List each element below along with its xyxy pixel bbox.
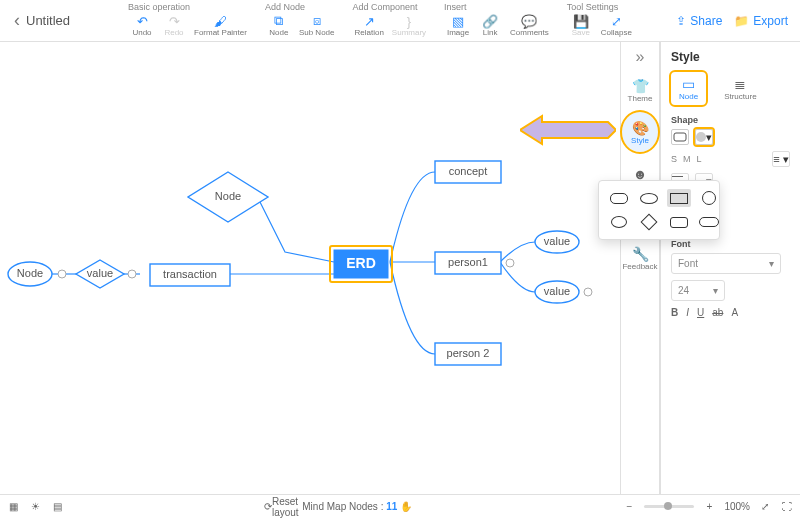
underline-button[interactable]: U [697, 307, 704, 318]
image-icon: ▧ [450, 14, 466, 28]
reset-layout-button[interactable]: ⟳ Reset layout [274, 500, 288, 514]
side-rail: » 👕Theme 🎨Style ☻ ↺History 🔧Feedback [620, 42, 660, 494]
redo-button[interactable]: ↷Redo [160, 14, 188, 37]
shape-ellipse[interactable] [607, 213, 631, 231]
shape-oval[interactable] [637, 189, 661, 207]
font-size-select[interactable]: 24▾ [671, 280, 725, 301]
svg-text:person 2: person 2 [447, 347, 490, 359]
export-icon: 📁 [734, 14, 749, 28]
rail-theme[interactable]: 👕Theme [622, 70, 658, 110]
panel-tabs: ▭Node ≣Structure [671, 72, 790, 105]
fontcolor-button[interactable]: A [731, 307, 738, 318]
title-area: ‹ Untitled [0, 0, 120, 41]
back-icon[interactable]: ‹ [8, 10, 26, 31]
shape-rounded-rect[interactable] [607, 189, 631, 207]
link-icon: 🔗 [482, 14, 498, 28]
fit-icon[interactable]: ⤢ [758, 500, 772, 514]
relation-icon: ↗ [361, 14, 377, 28]
shape-rect[interactable] [667, 189, 691, 207]
zoom-in[interactable]: + [702, 500, 716, 514]
svg-text:transaction: transaction [163, 268, 217, 280]
share-link[interactable]: ⇪Share [676, 14, 722, 28]
svg-text:person1: person1 [448, 256, 488, 268]
group-basic: Basic operation ↶Undo ↷Redo 🖌Format Pain… [120, 0, 257, 41]
svg-text:Node: Node [215, 190, 241, 202]
chevron-down-icon: ▾ [713, 285, 718, 296]
subnode-button[interactable]: ⧇Sub Node [297, 14, 337, 37]
collapse-button[interactable]: ⤢Collapse [599, 14, 634, 37]
export-link[interactable]: 📁Export [734, 14, 788, 28]
tab-structure[interactable]: ≣Structure [716, 72, 764, 105]
rail-feedback[interactable]: 🔧Feedback [622, 238, 658, 278]
node-button[interactable]: ⧉Node [265, 14, 293, 37]
shape-diamond[interactable] [637, 213, 661, 231]
format-painter-icon: 🖌 [212, 14, 228, 28]
grid-toggle[interactable]: ▦ [6, 500, 20, 514]
svg-text:value: value [544, 235, 570, 247]
comments-button[interactable]: 💬Comments [508, 14, 551, 37]
doc-title[interactable]: Untitled [26, 13, 70, 28]
rail-style[interactable]: 🎨Style [622, 112, 658, 152]
strike-button[interactable]: ab [712, 307, 723, 318]
comments-icon: 💬 [521, 14, 537, 28]
callout-arrow-icon [520, 112, 616, 148]
italic-button[interactable]: I [686, 307, 689, 318]
diagram-svg: Node value transaction Node ERD concept … [0, 42, 620, 494]
shape-label: Shape [671, 115, 790, 125]
border-style-picker[interactable]: ≡ ▾ [772, 151, 790, 167]
node-count: Mind Map Nodes : 11 ✋ [302, 501, 412, 512]
redo-icon: ↷ [166, 14, 182, 28]
topbar: ‹ Untitled Basic operation ↶Undo ↷Redo 🖌… [0, 0, 800, 42]
subnode-icon: ⧇ [309, 14, 325, 28]
node-tab-icon: ▭ [682, 76, 695, 92]
group-insert: Insert ▧Image 🔗Link 💬Comments [436, 0, 559, 41]
svg-point-2 [128, 270, 136, 278]
group-tool-settings: Tool Settings 💾Save ⤢Collapse [559, 0, 642, 41]
shape-picker[interactable] [671, 129, 689, 145]
chevron-down-icon: ▾ [769, 258, 774, 269]
layers-toggle[interactable]: ▤ [50, 500, 64, 514]
fullscreen-icon[interactable]: ⛶ [780, 500, 794, 514]
svg-text:ERD: ERD [346, 255, 376, 271]
font-family-select[interactable]: Font▾ [671, 253, 781, 274]
summary-button[interactable]: }Summary [390, 14, 428, 37]
style-icon: 🎨 [631, 120, 649, 136]
zoom-slider[interactable] [644, 505, 694, 508]
save-button[interactable]: 💾Save [567, 14, 595, 37]
feedback-icon: 🔧 [631, 246, 649, 262]
group-label: Basic operation [128, 2, 249, 14]
font-label: Font [671, 239, 790, 249]
pan-icon[interactable]: ✋ [400, 501, 412, 512]
shape-hexagon[interactable] [667, 213, 691, 231]
rail-expand-button[interactable]: » [636, 48, 645, 70]
style-panel: Style ▭Node ≣Structure Shape ▾ S M L ≡ ▾… [660, 42, 800, 494]
relation-button[interactable]: ↗Relation [353, 14, 386, 37]
svg-text:value: value [87, 267, 113, 279]
canvas[interactable]: Node value transaction Node ERD concept … [0, 42, 620, 494]
undo-icon: ↶ [134, 14, 150, 28]
shape-popover [598, 180, 720, 240]
bold-button[interactable]: B [671, 307, 678, 318]
node-icon: ⧉ [271, 14, 287, 28]
shape-circle[interactable] [697, 189, 721, 207]
svg-point-0 [58, 270, 66, 278]
save-icon: 💾 [573, 14, 589, 28]
format-painter-button[interactable]: 🖌Format Painter [192, 14, 249, 37]
panel-title: Style [671, 50, 790, 64]
undo-button[interactable]: ↶Undo [128, 14, 156, 37]
collapse-icon: ⤢ [608, 14, 624, 28]
link-button[interactable]: 🔗Link [476, 14, 504, 37]
structure-tab-icon: ≣ [734, 76, 746, 92]
shape-capsule[interactable] [697, 213, 721, 231]
svg-text:value: value [544, 285, 570, 297]
image-button[interactable]: ▧Image [444, 14, 472, 37]
zoom-value: 100% [724, 501, 750, 512]
zoom-out[interactable]: − [622, 500, 636, 514]
theme-toggle[interactable]: ☀ [28, 500, 42, 514]
summary-icon: } [401, 14, 417, 28]
svg-marker-14 [520, 116, 616, 144]
fill-picker[interactable]: ▾ [695, 129, 713, 145]
tab-node[interactable]: ▭Node [671, 72, 706, 105]
svg-rect-15 [674, 133, 686, 141]
group-add-component: Add Component ↗Relation }Summary [345, 0, 437, 41]
